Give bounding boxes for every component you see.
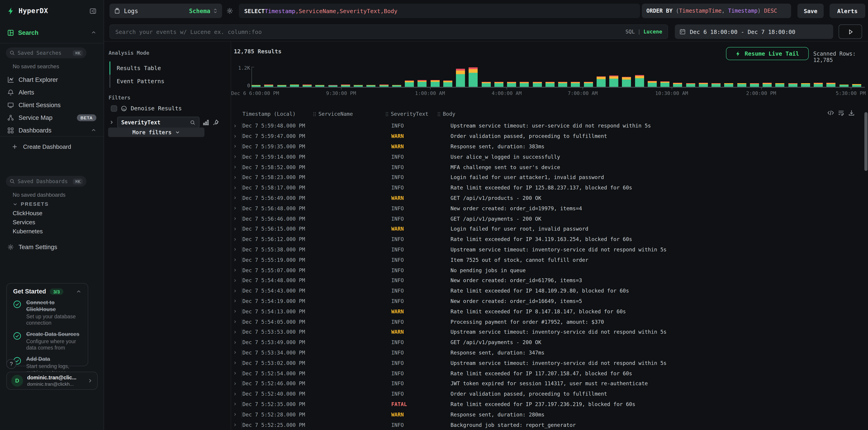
sidebar-item-search[interactable]: Search [0, 26, 103, 39]
sidebar-collapse-icon[interactable] [90, 7, 96, 14]
scrollbar-thumb[interactable] [864, 112, 868, 171]
expand-row-icon[interactable] [231, 381, 242, 387]
drag-handle-icon[interactable] [385, 111, 389, 117]
column-header-servicename[interactable]: ServiceName [313, 111, 385, 117]
histogram-bar[interactable] [482, 82, 491, 87]
expand-row-icon[interactable] [231, 195, 242, 201]
histogram-bar[interactable] [392, 85, 401, 87]
histogram-bar[interactable] [750, 83, 759, 87]
expand-row-icon[interactable] [231, 329, 242, 335]
histogram-bar[interactable] [456, 69, 465, 87]
table-row[interactable]: Dec 7 5:52:25.000 PMINFOBackground job s… [231, 420, 860, 430]
column-header-severitytext[interactable]: SeverityText [385, 111, 437, 117]
table-row[interactable]: Dec 7 5:58:17.000 PMINFORate limit excee… [231, 183, 860, 193]
expand-row-icon[interactable] [231, 185, 242, 191]
lucene-search-bar[interactable]: SQL | Lucene [110, 25, 668, 39]
expand-row-icon[interactable] [231, 277, 242, 284]
table-row[interactable]: Dec 7 5:52:40.000 PMINFOOrder validation… [231, 389, 860, 399]
saved-dashboards-input[interactable]: Saved Dashboards ⌘K [6, 176, 86, 187]
mode-lucene[interactable]: Lucene [644, 29, 662, 35]
expand-row-icon[interactable] [231, 360, 242, 366]
mode-event-patterns[interactable]: Event Patterns [110, 75, 218, 88]
more-filters-button[interactable]: More filters [108, 128, 205, 137]
expand-row-icon[interactable] [231, 123, 242, 129]
expand-row-icon[interactable] [231, 226, 242, 232]
orderby-editor[interactable]: ORDER BY (TimestampTime, Timestamp) DESC [642, 4, 791, 18]
histogram-bar[interactable] [469, 67, 478, 87]
table-row[interactable]: Dec 7 5:52:28.000 PMWARNResponse sent, d… [231, 409, 860, 420]
expand-row-icon[interactable] [231, 236, 242, 242]
table-row[interactable]: Dec 7 5:54:05.000 PMINFOProcessing payme… [231, 317, 860, 327]
vertical-scrollbar[interactable] [864, 110, 868, 427]
expand-row-icon[interactable] [231, 216, 242, 222]
source-settings-gear-icon[interactable] [226, 7, 234, 14]
expand-row-icon[interactable] [231, 257, 242, 263]
presets-toggle[interactable]: PRESETS [13, 201, 49, 207]
table-row[interactable]: Dec 7 5:58:52.000 PMINFOMFA challenge se… [231, 162, 860, 172]
table-row[interactable]: Dec 7 5:56:15.000 PMWARNLogin failed for… [231, 224, 860, 234]
select-query-editor[interactable]: SELECT Timestamp ,ServiceName,SeverityTe… [239, 4, 640, 18]
column-header-timestamp[interactable]: Timestamp (Local) [243, 111, 313, 117]
expand-row-icon[interactable] [231, 143, 242, 150]
table-row[interactable]: Dec 7 5:52:35.000 PMFATALRate limit exce… [231, 399, 860, 409]
chart-toggle-icon[interactable] [203, 119, 210, 126]
chevron-up-icon[interactable] [91, 30, 96, 35]
table-row[interactable]: Dec 7 5:59:14.000 PMINFOUser alice_w log… [231, 152, 860, 162]
histogram-bar[interactable] [494, 81, 503, 87]
histogram-bar[interactable] [699, 83, 708, 87]
histogram-bar[interactable] [648, 81, 657, 87]
histogram-bar[interactable] [430, 80, 439, 87]
histogram-bar[interactable] [584, 82, 593, 87]
histogram-bar[interactable] [265, 85, 273, 87]
histogram-bar[interactable] [609, 75, 618, 87]
sidebar-item-service-map[interactable]: Service MapBETA [0, 111, 103, 124]
expand-row-icon[interactable] [231, 411, 242, 418]
table-row[interactable]: Dec 7 5:56:49.000 PMWARNGET /api/v1/prod… [231, 193, 860, 203]
save-button[interactable]: Save [798, 4, 824, 18]
expand-row-icon[interactable] [231, 164, 242, 170]
histogram-bar[interactable] [405, 80, 414, 87]
histogram-bar[interactable] [315, 85, 324, 87]
histogram-bar[interactable] [328, 85, 337, 87]
source-selector[interactable]: Logs Schema [110, 4, 222, 18]
histogram-bar[interactable] [775, 83, 784, 87]
get-started-item-connect-to-clickhouse[interactable]: Connect to ClickHouseSet up your databas… [13, 299, 82, 326]
table-row[interactable]: Dec 7 5:59:35.000 PMWARNResponse sent, d… [231, 141, 860, 152]
chevron-up-icon[interactable] [76, 289, 82, 294]
expand-row-icon[interactable] [231, 339, 242, 345]
histogram-bar[interactable] [686, 83, 695, 87]
expand-row-icon[interactable] [231, 370, 242, 376]
search-input[interactable] [115, 28, 625, 35]
pin-icon[interactable] [213, 119, 219, 126]
histogram-bar[interactable] [303, 85, 312, 87]
table-row[interactable]: Dec 7 5:53:53.000 PMWARNUpstream service… [231, 327, 860, 337]
histogram-bar[interactable] [341, 85, 350, 87]
expand-row-icon[interactable] [231, 298, 242, 304]
histogram-bar[interactable] [660, 81, 670, 87]
histogram-bar[interactable] [443, 80, 452, 87]
drag-handle-icon[interactable] [313, 111, 316, 117]
table-row[interactable]: Dec 7 5:53:49.000 PMINFOGET /api/v1/paym… [231, 337, 860, 348]
table-row[interactable]: Dec 7 5:55:19.000 PMINFOItem 7525 out of… [231, 255, 860, 265]
histogram-bar[interactable] [558, 82, 567, 87]
histogram-bar[interactable] [622, 77, 631, 87]
sidebar-item-team-settings[interactable]: Team Settings [0, 240, 103, 253]
histogram-bar[interactable] [673, 83, 682, 87]
expand-row-icon[interactable] [231, 154, 242, 160]
table-row[interactable]: Dec 7 5:55:38.000 PMINFOUpstream service… [231, 244, 860, 255]
sidebar-item-alerts[interactable]: Alerts [0, 86, 103, 99]
preset-clickhouse[interactable]: ClickHouse [13, 210, 42, 217]
create-dashboard-button[interactable]: Create Dashboard [0, 140, 103, 153]
expand-row-icon[interactable] [231, 401, 242, 407]
saved-searches-input[interactable]: Saved Searches ⌘K [6, 47, 86, 58]
expand-row-icon[interactable] [231, 205, 242, 211]
sidebar-item-chart-explorer[interactable]: Chart Explorer [0, 73, 103, 86]
preset-kubernetes[interactable]: Kubernetes [13, 228, 43, 235]
table-row[interactable]: Dec 7 5:53:02.000 PMINFOUpstream service… [231, 358, 860, 368]
histogram-bar[interactable] [571, 82, 580, 87]
run-query-button[interactable] [839, 25, 862, 39]
table-row[interactable]: Dec 7 5:56:12.000 PMINFORate limit excee… [231, 234, 860, 244]
user-menu[interactable]: D dominic.tran@clic... dominic.tran@clic… [6, 372, 98, 390]
table-row[interactable]: Dec 7 5:52:46.000 PMINFOJWT token expire… [231, 378, 860, 389]
histogram-bar[interactable] [724, 83, 734, 87]
